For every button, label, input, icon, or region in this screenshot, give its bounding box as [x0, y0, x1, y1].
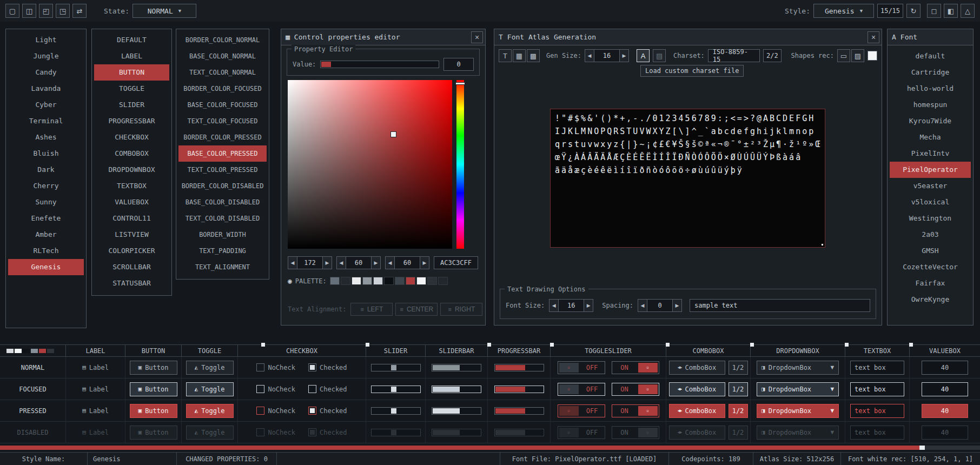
font-item[interactable]: Westington	[890, 210, 971, 227]
property-item[interactable]: BORDER_COLOR_FOCUSED	[178, 81, 267, 97]
style-dropdown[interactable]: Genesis ▼	[813, 4, 874, 18]
checkbox-unchecked[interactable]: NoCheck	[256, 407, 295, 415]
palette-swatch[interactable]	[384, 277, 394, 285]
shapes-rec-toggle[interactable]: ▭	[837, 49, 850, 62]
toggleslider-off[interactable]: ▫OFF	[558, 426, 605, 439]
atlas-fill-button[interactable]: ▩	[527, 49, 540, 62]
palette-swatch[interactable]	[373, 277, 383, 285]
slider-handle[interactable]	[391, 430, 396, 435]
combobox-counter[interactable]: 1/2	[729, 426, 748, 440]
font-item[interactable]: Fairfax	[890, 275, 971, 291]
style-item[interactable]: Enefete	[8, 210, 84, 227]
slider-handle[interactable]	[391, 387, 396, 392]
checkbox-checked[interactable]: Checked	[308, 407, 347, 415]
sample-sliderbar[interactable]	[432, 386, 481, 393]
palette-swatch[interactable]	[362, 277, 372, 285]
sample-toggle[interactable]: ◭Toggle	[186, 382, 234, 396]
style-item[interactable]: Terminal	[8, 113, 84, 129]
font-item[interactable]: OwreKynge	[890, 291, 971, 308]
color-saturation-panel[interactable]	[288, 80, 452, 249]
property-item[interactable]: BORDER_WIDTH	[178, 227, 267, 243]
text-editor-button[interactable]: T	[499, 49, 512, 62]
palette-swatch[interactable]	[352, 277, 361, 285]
column-marker[interactable]	[261, 343, 265, 347]
control-item[interactable]: STATUSBAR	[94, 275, 169, 291]
style-item[interactable]: Lavanda	[8, 81, 84, 97]
palette-swatch[interactable]	[416, 277, 426, 285]
spinner-left-button[interactable]: ◀	[336, 256, 346, 269]
style-item[interactable]: Cherry	[8, 178, 84, 194]
gen-size-value[interactable]: 16	[594, 49, 619, 62]
column-marker[interactable]	[550, 343, 554, 347]
save-file-button[interactable]: ◰	[39, 4, 53, 18]
spinner-left-button[interactable]: ◀	[638, 299, 647, 312]
sample-button[interactable]: ▣Button	[130, 361, 177, 375]
spinner-right-button[interactable]: ▶	[420, 256, 429, 269]
checkbox-unchecked[interactable]: NoCheck	[256, 428, 295, 436]
checkbox-checked[interactable]: Checked	[308, 385, 347, 393]
style-item[interactable]: Candy	[8, 64, 84, 81]
control-item[interactable]: CHECKBOX	[94, 129, 169, 145]
control-item[interactable]: DROPDOWNBOX	[94, 162, 169, 178]
column-marker[interactable]	[366, 343, 369, 347]
property-item[interactable]: TEXT_COLOR_DISABLED	[178, 210, 267, 227]
sample-valuebox[interactable]: 40	[922, 361, 968, 375]
sample-dropdownbox[interactable]: ◨DropdownBox▼	[757, 361, 839, 375]
style-item[interactable]: Ashes	[8, 129, 84, 145]
charset-table-button[interactable]: ▤	[653, 49, 666, 62]
sample-slider[interactable]	[371, 429, 421, 436]
hex-value-box[interactable]: AC3C3CFF	[434, 256, 478, 269]
sample-button[interactable]: ▣Button	[130, 426, 177, 440]
control-item[interactable]: COLORPICKER	[94, 243, 169, 259]
sample-toggle[interactable]: ◭Toggle	[186, 404, 234, 418]
combobox-button[interactable]: ◀▶ComboBox	[669, 426, 725, 440]
combobox-button[interactable]: ◀▶ComboBox	[669, 382, 725, 396]
spinner-right-button[interactable]: ▶	[584, 299, 593, 312]
control-item[interactable]: SCROLLBAR	[94, 259, 169, 275]
checkbox-checked[interactable]: Checked	[308, 428, 347, 436]
palette-swatch[interactable]	[341, 277, 350, 285]
font-item[interactable]: Cartridge	[890, 64, 971, 81]
display-mode-button[interactable]: ◻	[927, 4, 941, 18]
sample-textbox[interactable]: text box	[850, 404, 904, 418]
sample-textbox[interactable]: text box	[850, 382, 904, 396]
reload-style-button[interactable]: ↻	[906, 4, 921, 18]
sample-sliderbar[interactable]	[432, 364, 481, 371]
spinner-left-button[interactable]: ◀	[288, 256, 297, 269]
font-size-value[interactable]: 16	[559, 299, 584, 312]
toggleslider-on[interactable]: ON▫	[612, 404, 659, 417]
shapes-white-rec-swatch[interactable]	[868, 51, 877, 61]
combobox-counter[interactable]: 1/2	[729, 382, 748, 396]
state-dropdown[interactable]: NORMAL ▼	[133, 4, 196, 18]
column-marker[interactable]	[845, 343, 849, 347]
value-box[interactable]: 0	[443, 58, 474, 71]
control-item[interactable]: TOGGLE	[94, 81, 169, 97]
new-file-button[interactable]: ▢	[5, 4, 19, 18]
palette-swatch[interactable]	[438, 277, 448, 285]
font-item[interactable]: CozetteVector	[890, 259, 971, 275]
toggleslider-on[interactable]: ON▫	[612, 361, 659, 374]
property-item[interactable]: BORDER_COLOR_PRESSED	[178, 129, 267, 145]
control-item[interactable]: COMBOBOX	[94, 145, 169, 162]
font-item[interactable]: v5loxical	[890, 194, 971, 210]
font-item[interactable]: 2a03	[890, 227, 971, 243]
style-item[interactable]: RLTech	[8, 243, 84, 259]
column-marker[interactable]	[909, 343, 913, 347]
sample-valuebox[interactable]: 40	[922, 382, 968, 396]
property-item[interactable]: BORDER_COLOR_DISABLED	[178, 178, 267, 194]
spinner-right-button[interactable]: ▶	[322, 256, 332, 269]
control-item[interactable]: SLIDER	[94, 97, 169, 113]
control-item[interactable]: LABEL	[94, 48, 169, 64]
control-item[interactable]: DEFAULT	[94, 32, 169, 48]
control-item[interactable]: PROGRESSBAR	[94, 113, 169, 129]
control-item[interactable]: TEXTBOX	[94, 178, 169, 194]
property-item[interactable]: TEXT_COLOR_FOCUSED	[178, 113, 267, 129]
hue-marker[interactable]	[455, 82, 465, 85]
sample-button[interactable]: ▣Button	[130, 382, 177, 396]
sample-slider[interactable]	[371, 386, 421, 393]
blue-value[interactable]: 60	[395, 256, 420, 269]
palette-swatch[interactable]	[395, 277, 405, 285]
checkbox-unchecked[interactable]: NoCheck	[256, 385, 295, 393]
sample-valuebox[interactable]: 40	[922, 404, 968, 418]
atlas-grid-button[interactable]: ▦	[513, 49, 526, 62]
